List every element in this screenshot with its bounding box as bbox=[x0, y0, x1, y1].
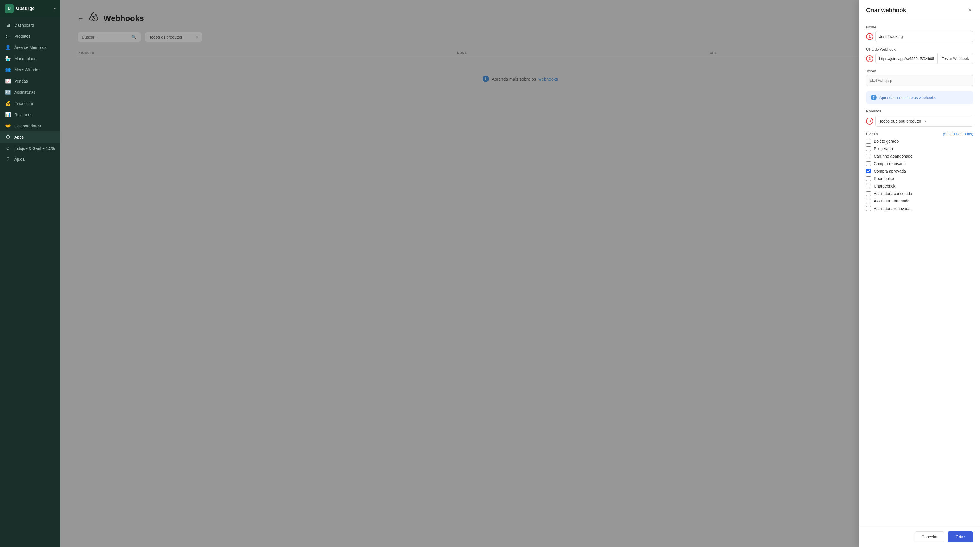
checkbox-assinatura-cancelada[interactable] bbox=[866, 191, 871, 196]
app-brand: Upsurge bbox=[16, 6, 52, 11]
step-1-badge: 1 bbox=[866, 33, 873, 40]
sidebar-item-indique[interactable]: ⟳ Indique & Ganhe 1.5% bbox=[0, 143, 60, 154]
sidebar-label-area-membros: Área de Membros bbox=[14, 45, 46, 50]
checkbox-chargeback[interactable] bbox=[866, 184, 871, 188]
checkbox-assinatura-renovada[interactable] bbox=[866, 206, 871, 211]
sidebar-item-financeiro[interactable]: 💰 Financeiro bbox=[0, 98, 60, 109]
url-field-group: URL do Webhook 2 Testar Webhook bbox=[866, 47, 973, 64]
token-field-group: Token bbox=[866, 69, 973, 86]
nome-field-group: Nome 1 bbox=[866, 25, 973, 42]
event-chargeback: Chargeback bbox=[866, 184, 973, 188]
test-webhook-button[interactable]: Testar Webhook bbox=[937, 54, 973, 64]
event-assinatura-renovada: Assinatura renovada bbox=[866, 206, 973, 211]
relatorios-icon: 📊 bbox=[5, 112, 11, 117]
step-2-badge: 2 bbox=[866, 55, 873, 62]
main-content: ← Webhooks 🔍 Todos os pr bbox=[60, 0, 980, 547]
checkbox-boleto-gerado[interactable] bbox=[866, 139, 871, 144]
event-label-assinatura-renovada: Assinatura renovada bbox=[873, 206, 910, 211]
sidebar-item-area-membros[interactable]: 👤 Área de Membros bbox=[0, 42, 60, 53]
sidebar-label-financeiro: Financeiro bbox=[14, 101, 33, 106]
token-label: Token bbox=[866, 69, 973, 73]
sidebar: U Upsurge ▾ ⊞ Dashboard 🏷 Produtos 👤 Áre… bbox=[0, 0, 60, 547]
sidebar-item-relatorios[interactable]: 📊 Relatórios bbox=[0, 109, 60, 120]
sidebar-item-meus-afiliados[interactable]: 👥 Meus Afiliados bbox=[0, 64, 60, 75]
event-label-pix-gerado: Pix gerado bbox=[873, 147, 893, 151]
event-label-boleto-gerado: Boleto gerado bbox=[873, 139, 899, 144]
create-webhook-modal: Criar webhook ✕ Nome 1 URL do Webhook 2 bbox=[859, 0, 980, 547]
sidebar-header[interactable]: U Upsurge ▾ bbox=[0, 0, 60, 17]
sidebar-item-colaboradores[interactable]: 🤝 Colaboradores bbox=[0, 120, 60, 131]
sidebar-item-apps[interactable]: ⬡ Apps bbox=[0, 131, 60, 143]
nome-label: Nome bbox=[866, 25, 973, 29]
sidebar-nav: ⊞ Dashboard 🏷 Produtos 👤 Área de Membros… bbox=[0, 17, 60, 547]
close-modal-button[interactable]: ✕ bbox=[966, 6, 973, 14]
assinaturas-icon: 🔄 bbox=[5, 89, 11, 95]
token-input[interactable] bbox=[866, 75, 973, 86]
sidebar-label-produtos: Produtos bbox=[14, 34, 30, 38]
create-button[interactable]: Criar bbox=[948, 531, 973, 542]
sidebar-label-colaboradores: Colaboradores bbox=[14, 124, 41, 128]
nome-input[interactable] bbox=[875, 31, 973, 42]
url-field-row: 2 Testar Webhook bbox=[866, 53, 973, 64]
sidebar-label-marketplace: Marketplace bbox=[14, 56, 36, 61]
sidebar-label-dashboard: Dashboard bbox=[14, 23, 34, 28]
event-compra-aprovada: Compra aprovada bbox=[866, 169, 973, 174]
colaboradores-icon: 🤝 bbox=[5, 123, 11, 129]
event-label-assinatura-cancelada: Assinatura cancelada bbox=[873, 191, 912, 196]
checkbox-pix-gerado[interactable] bbox=[866, 147, 871, 151]
evento-label: Evento bbox=[866, 132, 878, 136]
sidebar-item-produtos[interactable]: 🏷 Produtos bbox=[0, 31, 60, 42]
modal-footer: Cancelar Criar bbox=[859, 526, 980, 547]
modal-header: Criar webhook ✕ bbox=[859, 0, 980, 19]
checkbox-reembolso[interactable] bbox=[866, 176, 871, 181]
meus-afiliados-icon: 👥 bbox=[5, 67, 11, 72]
event-carrinho-abandonado: Carrinho abandonado bbox=[866, 154, 973, 158]
produtos-select-value: Todos que sou produtor bbox=[879, 119, 924, 123]
vendas-icon: 📈 bbox=[5, 78, 11, 84]
event-compra-recusada: Compra recusada bbox=[866, 161, 973, 166]
modal-body: Nome 1 URL do Webhook 2 Testar Webhook bbox=[859, 19, 980, 526]
sidebar-item-assinaturas[interactable]: 🔄 Assinaturas bbox=[0, 86, 60, 98]
sidebar-label-ajuda: Ajuda bbox=[14, 157, 25, 162]
sidebar-item-ajuda[interactable]: ? Ajuda bbox=[0, 154, 60, 165]
event-label-compra-aprovada: Compra aprovada bbox=[873, 169, 906, 174]
event-assinatura-atrasada: Assinatura atrasada bbox=[866, 199, 973, 203]
url-label: URL do Webhook bbox=[866, 47, 973, 51]
sidebar-item-dashboard[interactable]: ⊞ Dashboard bbox=[0, 19, 60, 31]
chevron-down-icon: ▾ bbox=[54, 6, 56, 11]
sidebar-item-vendas[interactable]: 📈 Vendas bbox=[0, 75, 60, 86]
nome-field-row: 1 bbox=[866, 31, 973, 42]
events-section: Evento (Selecionar todos) Boleto gerado … bbox=[866, 132, 973, 211]
step-3-badge: 3 bbox=[866, 118, 873, 124]
url-input[interactable] bbox=[876, 54, 937, 64]
marketplace-icon: 🏪 bbox=[5, 56, 11, 61]
modal-overlay[interactable] bbox=[60, 0, 980, 547]
event-boleto-gerado: Boleto gerado bbox=[866, 139, 973, 144]
url-row: Testar Webhook bbox=[875, 53, 973, 64]
sidebar-label-relatorios: Relatórios bbox=[14, 112, 32, 117]
checkbox-assinatura-atrasada[interactable] bbox=[866, 199, 871, 203]
app-logo: U bbox=[5, 4, 14, 13]
produtos-section: Produtos 3 Todos que sou produtor ▾ bbox=[866, 109, 973, 126]
checkbox-compra-recusada[interactable] bbox=[866, 161, 871, 166]
cancel-button[interactable]: Cancelar bbox=[915, 531, 944, 542]
events-header: Evento (Selecionar todos) bbox=[866, 132, 973, 136]
produtos-select[interactable]: Todos que sou produtor ▾ bbox=[875, 116, 973, 126]
event-label-compra-recusada: Compra recusada bbox=[873, 161, 905, 166]
dashboard-icon: ⊞ bbox=[5, 22, 11, 28]
event-label-reembolso: Reembolso bbox=[873, 176, 894, 181]
event-label-assinatura-atrasada: Assinatura atrasada bbox=[873, 199, 910, 203]
financeiro-icon: 💰 bbox=[5, 100, 11, 106]
checkbox-compra-aprovada[interactable] bbox=[866, 169, 871, 174]
produtos-icon: 🏷 bbox=[5, 33, 11, 39]
event-assinatura-cancelada: Assinatura cancelada bbox=[866, 191, 973, 196]
event-label-chargeback: Chargeback bbox=[873, 184, 896, 188]
select-all-link[interactable]: (Selecionar todos) bbox=[943, 132, 974, 136]
chevron-down-icon: ▾ bbox=[924, 119, 969, 123]
sidebar-item-marketplace[interactable]: 🏪 Marketplace bbox=[0, 53, 60, 64]
event-reembolso: Reembolso bbox=[866, 176, 973, 181]
sidebar-label-apps: Apps bbox=[14, 135, 24, 139]
checkbox-carrinho-abandonado[interactable] bbox=[866, 154, 871, 158]
indique-icon: ⟳ bbox=[5, 145, 11, 151]
info-box-icon: ? bbox=[871, 95, 877, 100]
